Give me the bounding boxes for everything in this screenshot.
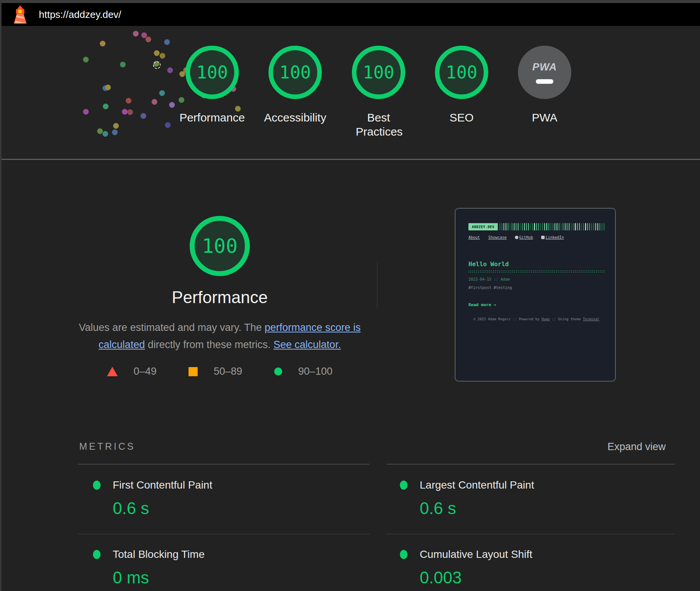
fail-triangle-icon <box>107 367 118 376</box>
thumbnail-site-header: ADDZEY.DEV <box>468 223 604 230</box>
performance-main-gauge[interactable]: 100 <box>190 216 250 276</box>
site-footer: © 2023 Adam Rogers :: Powered by Hugo ::… <box>468 317 604 321</box>
page-screenshot-thumbnail[interactable]: ADDZEY.DEV About Showcase GitHub LinkedI… <box>455 208 616 382</box>
confetti-dot <box>122 109 128 115</box>
lighthouse-icon <box>11 5 29 24</box>
metric-value: 0.6 s <box>113 499 149 518</box>
accessibility-gauge: 100 <box>268 46 322 99</box>
score-category-accessibility[interactable]: 100 Accessibility <box>257 46 333 125</box>
pwa-label: PWA <box>507 110 583 125</box>
confetti-dot <box>112 129 118 135</box>
score-category-seo[interactable]: 100 SEO <box>424 46 500 125</box>
metric-value: 0.6 s <box>420 499 456 518</box>
legend-item-pass: 90–100 <box>274 366 332 377</box>
legend-item-average: 50–89 <box>189 366 242 377</box>
site-brand-badge: ADDZEY.DEV <box>468 223 498 230</box>
accessibility-label: Accessibility <box>257 110 333 125</box>
pwa-badge: PWA <box>518 46 571 99</box>
confetti-dot <box>141 113 146 119</box>
metrics-divider-mid-left <box>78 534 369 534</box>
seo-score: 100 <box>446 62 477 83</box>
url-bar: https://addzey.dev/ <box>2 3 700 26</box>
metric-pass-dot <box>93 481 101 490</box>
performance-label: Performance <box>174 110 250 125</box>
best-practices-score: 100 <box>363 62 394 83</box>
github-icon <box>515 236 518 239</box>
window-frame-top <box>0 0 700 3</box>
cursor-ring-decoration <box>153 61 161 69</box>
score-category-pwa[interactable]: PWA PWA <box>507 46 583 125</box>
performance-score: 100 <box>196 62 228 83</box>
metrics-divider-mid-right <box>387 534 675 534</box>
see-calculator-link[interactable]: See calculator. <box>273 339 341 350</box>
best-practices-gauge: 100 <box>352 46 405 99</box>
site-footer-hugo-link: Hugo <box>542 317 550 321</box>
metric-name: Total Blocking Time <box>113 548 205 561</box>
metric-pass-dot <box>93 550 101 559</box>
disclaimer-text-1: Values are estimated and may vary. The <box>79 322 265 333</box>
confetti-dot <box>113 123 119 129</box>
average-range-label: 50–89 <box>214 366 242 377</box>
best-practices-label: Best Practices <box>356 110 401 139</box>
score-range-legend: 0–49 50–89 90–100 <box>75 366 364 377</box>
site-nav-github: GitHub <box>515 235 533 240</box>
site-post-title: Hello World <box>468 260 604 268</box>
confetti-dot <box>159 90 165 96</box>
confetti-dot <box>102 131 108 137</box>
performance-gauge: 100 <box>185 46 239 99</box>
site-post-tags: #firstpost #testing <box>468 286 604 290</box>
metric-name: Largest Contentful Paint <box>420 479 534 491</box>
page-url: https://addzey.dev/ <box>39 9 121 21</box>
average-square-icon <box>189 367 198 376</box>
seo-gauge: 100 <box>435 46 488 99</box>
confetti-dot <box>105 85 111 90</box>
confetti-dot <box>152 99 157 105</box>
site-nav-showcase: Showcase <box>488 235 507 240</box>
metric-value: 0 ms <box>113 568 149 587</box>
confetti-dot <box>83 109 89 115</box>
confetti-dot <box>164 39 170 45</box>
performance-main-score: 100 <box>202 235 238 257</box>
confetti-dot <box>100 41 105 46</box>
score-category-performance[interactable]: 100 Performance <box>174 46 250 125</box>
site-read-more-link: Read more → <box>468 302 604 307</box>
confetti-dot <box>160 53 165 59</box>
linkedin-icon <box>541 236 545 239</box>
disclaimer-text-2: directly from these metrics. <box>145 339 273 350</box>
site-post-divider <box>468 270 604 273</box>
confetti-dot <box>126 98 131 104</box>
site-post-meta: 2023-04-15 :: Adam <box>468 277 604 281</box>
confetti-dot <box>103 104 109 109</box>
confetti-dot <box>145 37 151 42</box>
metric-name: First Contentful Paint <box>113 479 212 491</box>
site-nav-about: About <box>468 235 480 240</box>
pass-circle-icon <box>274 367 282 375</box>
metric-pass-dot <box>400 481 408 490</box>
confetti-dot <box>97 128 103 134</box>
legend-item-fail: 0–49 <box>107 366 157 377</box>
score-category-best-practices[interactable]: 100 Best Practices <box>340 46 417 139</box>
confetti-dot <box>133 31 139 37</box>
metric-value: 0.003 <box>420 568 462 587</box>
pwa-dash-icon <box>536 79 553 84</box>
score-summary-header: 100 Performance 100 Accessibility 100 Be… <box>2 26 700 160</box>
confetti-dot <box>165 122 171 128</box>
metrics-divider-top-right <box>387 464 675 465</box>
confetti-dot <box>83 57 89 62</box>
confetti-dot <box>120 62 126 67</box>
site-footer-theme-link: Terminal <box>583 317 599 321</box>
expand-view-button[interactable]: Expand view <box>607 441 666 453</box>
metric-pass-dot <box>400 550 408 559</box>
site-header-bars-decoration <box>499 223 604 230</box>
thumbnail-site-nav: About Showcase GitHub LinkedIn <box>468 235 604 240</box>
confetti-dot <box>127 109 133 115</box>
confetti-dot <box>167 67 173 73</box>
accessibility-score: 100 <box>279 62 311 83</box>
fail-range-label: 0–49 <box>134 366 157 377</box>
lighthouse-report: https://addzey.dev/ 100 Performance 100 … <box>0 0 700 591</box>
metric-name: Cumulative Layout Shift <box>420 548 532 561</box>
seo-label: SEO <box>424 110 500 125</box>
thumbnail-content: ADDZEY.DEV About Showcase GitHub LinkedI… <box>468 223 604 373</box>
site-nav-linkedin: LinkedIn <box>541 235 564 240</box>
confetti-dot <box>154 50 160 56</box>
